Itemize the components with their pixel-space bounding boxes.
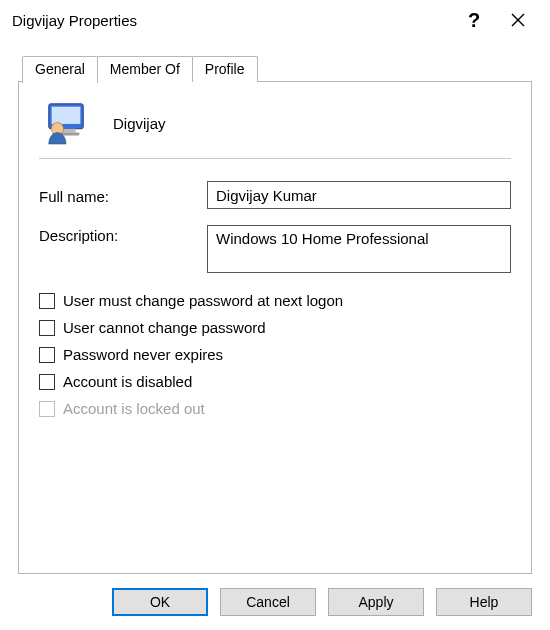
field-full-name: Full name:: [39, 181, 511, 209]
tab-profile[interactable]: Profile: [192, 56, 258, 82]
cancel-button[interactable]: Cancel: [220, 588, 316, 616]
checkbox-label: User must change password at next logon: [63, 292, 343, 309]
checkbox-label: Password never expires: [63, 346, 223, 363]
identity-block: Digvijay: [39, 100, 511, 146]
checkbox-icon: [39, 347, 55, 363]
field-description: Description: Windows 10 Home Professiona…: [39, 225, 511, 276]
svg-rect-3: [52, 107, 81, 124]
checkbox-label: User cannot change password: [63, 319, 266, 336]
checkbox-icon: [39, 320, 55, 336]
checkbox-group: User must change password at next logon …: [39, 292, 511, 417]
checkbox-icon: [39, 401, 55, 417]
titlebar-help-button[interactable]: ?: [452, 5, 496, 35]
description-input[interactable]: Windows 10 Home Professional: [207, 225, 511, 273]
window-title: Digvijay Properties: [12, 12, 137, 29]
close-icon: [511, 13, 525, 27]
checkbox-label: Account is disabled: [63, 373, 192, 390]
general-panel: Digvijay Full name: Description: Windows…: [18, 82, 532, 574]
full-name-label: Full name:: [39, 186, 207, 205]
titlebar-close-button[interactable]: [496, 5, 540, 35]
properties-window: Digvijay Properties ? General Member Of …: [0, 0, 550, 630]
full-name-input[interactable]: [207, 181, 511, 209]
checkbox-label: Account is locked out: [63, 400, 205, 417]
checkbox-icon: [39, 374, 55, 390]
checkbox-password-never-expires[interactable]: Password never expires: [39, 346, 511, 363]
tabs-row: General Member Of Profile: [18, 52, 532, 82]
checkbox-cannot-change-password[interactable]: User cannot change password: [39, 319, 511, 336]
checkbox-must-change-password[interactable]: User must change password at next logon: [39, 292, 511, 309]
apply-button[interactable]: Apply: [328, 588, 424, 616]
user-avatar-icon: [43, 100, 89, 146]
checkbox-account-locked-out: Account is locked out: [39, 400, 511, 417]
ok-button[interactable]: OK: [112, 588, 208, 616]
tab-general[interactable]: General: [22, 56, 98, 83]
description-label: Description:: [39, 225, 207, 244]
divider: [39, 158, 511, 159]
checkbox-icon: [39, 293, 55, 309]
titlebar: Digvijay Properties ?: [0, 0, 550, 40]
button-row: OK Cancel Apply Help: [0, 574, 550, 630]
tab-member-of[interactable]: Member Of: [97, 56, 193, 82]
checkbox-account-disabled[interactable]: Account is disabled: [39, 373, 511, 390]
username-label: Digvijay: [113, 115, 166, 132]
help-button[interactable]: Help: [436, 588, 532, 616]
